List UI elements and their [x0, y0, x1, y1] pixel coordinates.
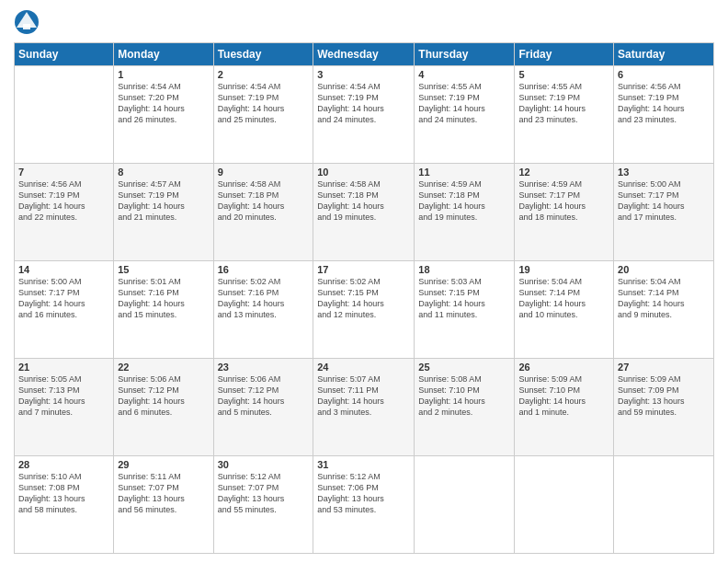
- day-number: 23: [218, 362, 310, 373]
- day-cell: 7Sunrise: 4:56 AM Sunset: 7:19 PM Daylig…: [15, 164, 114, 261]
- day-header-wednesday: Wednesday: [313, 43, 415, 66]
- day-number: 3: [317, 69, 410, 80]
- day-info: Sunrise: 4:56 AM Sunset: 7:19 PM Dayligh…: [618, 81, 710, 126]
- day-number: 30: [218, 459, 310, 470]
- day-info: Sunrise: 4:54 AM Sunset: 7:20 PM Dayligh…: [118, 81, 209, 126]
- day-cell: [15, 66, 114, 164]
- day-info: Sunrise: 5:12 AM Sunset: 7:07 PM Dayligh…: [218, 471, 310, 516]
- day-cell: 2Sunrise: 4:54 AM Sunset: 7:19 PM Daylig…: [213, 66, 313, 164]
- day-header-tuesday: Tuesday: [213, 43, 313, 66]
- svg-rect-2: [23, 24, 30, 29]
- day-info: Sunrise: 5:11 AM Sunset: 7:07 PM Dayligh…: [118, 471, 209, 516]
- day-cell: 13Sunrise: 5:00 AM Sunset: 7:17 PM Dayli…: [614, 164, 714, 261]
- day-cell: 16Sunrise: 5:02 AM Sunset: 7:16 PM Dayli…: [213, 261, 313, 359]
- day-number: 16: [218, 264, 310, 275]
- day-cell: 8Sunrise: 4:57 AM Sunset: 7:19 PM Daylig…: [114, 164, 213, 261]
- day-cell: 29Sunrise: 5:11 AM Sunset: 7:07 PM Dayli…: [114, 456, 213, 554]
- day-header-sunday: Sunday: [15, 43, 114, 66]
- day-number: 31: [317, 459, 410, 470]
- week-row-5: 28Sunrise: 5:10 AM Sunset: 7:08 PM Dayli…: [15, 456, 714, 554]
- day-cell: 19Sunrise: 5:04 AM Sunset: 7:14 PM Dayli…: [515, 261, 614, 359]
- day-info: Sunrise: 5:08 AM Sunset: 7:10 PM Dayligh…: [418, 373, 510, 419]
- day-cell: 20Sunrise: 5:04 AM Sunset: 7:14 PM Dayli…: [614, 261, 714, 359]
- day-info: Sunrise: 5:05 AM Sunset: 7:13 PM Dayligh…: [18, 373, 109, 419]
- day-cell: 18Sunrise: 5:03 AM Sunset: 7:15 PM Dayli…: [415, 261, 515, 359]
- day-number: 7: [18, 167, 109, 178]
- day-cell: 3Sunrise: 4:54 AM Sunset: 7:19 PM Daylig…: [313, 66, 415, 164]
- day-cell: 23Sunrise: 5:06 AM Sunset: 7:12 PM Dayli…: [213, 359, 313, 456]
- day-number: 14: [18, 264, 109, 275]
- day-number: 5: [518, 69, 609, 80]
- day-number: 22: [118, 362, 209, 373]
- day-info: Sunrise: 4:56 AM Sunset: 7:19 PM Dayligh…: [18, 178, 109, 224]
- week-row-4: 21Sunrise: 5:05 AM Sunset: 7:13 PM Dayli…: [15, 359, 714, 456]
- day-info: Sunrise: 5:07 AM Sunset: 7:11 PM Dayligh…: [317, 373, 410, 419]
- day-cell: 24Sunrise: 5:07 AM Sunset: 7:11 PM Dayli…: [313, 359, 415, 456]
- day-number: 9: [218, 167, 310, 178]
- day-number: 18: [418, 264, 510, 275]
- day-number: 1: [118, 69, 209, 80]
- day-cell: 25Sunrise: 5:08 AM Sunset: 7:10 PM Dayli…: [415, 359, 515, 456]
- day-info: Sunrise: 4:55 AM Sunset: 7:19 PM Dayligh…: [518, 81, 609, 126]
- day-cell: 11Sunrise: 4:59 AM Sunset: 7:18 PM Dayli…: [415, 164, 515, 261]
- day-header-thursday: Thursday: [415, 43, 515, 66]
- day-cell: 26Sunrise: 5:09 AM Sunset: 7:10 PM Dayli…: [515, 359, 614, 456]
- day-info: Sunrise: 4:54 AM Sunset: 7:19 PM Dayligh…: [317, 81, 410, 126]
- day-cell: 28Sunrise: 5:10 AM Sunset: 7:08 PM Dayli…: [15, 456, 114, 554]
- week-row-2: 7Sunrise: 4:56 AM Sunset: 7:19 PM Daylig…: [15, 164, 714, 261]
- day-info: Sunrise: 5:06 AM Sunset: 7:12 PM Dayligh…: [118, 373, 209, 419]
- day-number: 19: [518, 264, 609, 275]
- day-cell: 6Sunrise: 4:56 AM Sunset: 7:19 PM Daylig…: [614, 66, 714, 164]
- day-info: Sunrise: 5:09 AM Sunset: 7:10 PM Dayligh…: [518, 373, 609, 419]
- calendar-container: SundayMondayTuesdayWednesdayThursdayFrid…: [0, 0, 728, 563]
- week-row-3: 14Sunrise: 5:00 AM Sunset: 7:17 PM Dayli…: [15, 261, 714, 359]
- day-number: 11: [418, 167, 510, 178]
- day-header-saturday: Saturday: [614, 43, 714, 66]
- day-cell: [614, 456, 714, 554]
- day-number: 27: [618, 362, 710, 373]
- day-header-row: SundayMondayTuesdayWednesdayThursdayFrid…: [15, 43, 714, 66]
- day-number: 25: [418, 362, 510, 373]
- day-cell: 9Sunrise: 4:58 AM Sunset: 7:18 PM Daylig…: [213, 164, 313, 261]
- day-cell: 27Sunrise: 5:09 AM Sunset: 7:09 PM Dayli…: [614, 359, 714, 456]
- logo-icon: [14, 9, 40, 35]
- day-info: Sunrise: 5:04 AM Sunset: 7:14 PM Dayligh…: [618, 276, 710, 321]
- logo: [14, 9, 42, 35]
- day-info: Sunrise: 4:55 AM Sunset: 7:19 PM Dayligh…: [418, 81, 510, 126]
- day-cell: [415, 456, 515, 554]
- day-number: 8: [118, 167, 209, 178]
- day-cell: 22Sunrise: 5:06 AM Sunset: 7:12 PM Dayli…: [114, 359, 213, 456]
- day-cell: 12Sunrise: 4:59 AM Sunset: 7:17 PM Dayli…: [515, 164, 614, 261]
- day-cell: 1Sunrise: 4:54 AM Sunset: 7:20 PM Daylig…: [114, 66, 213, 164]
- day-info: Sunrise: 5:12 AM Sunset: 7:06 PM Dayligh…: [317, 471, 410, 516]
- day-number: 17: [317, 264, 410, 275]
- day-number: 20: [618, 264, 710, 275]
- day-header-friday: Friday: [515, 43, 614, 66]
- day-number: 13: [618, 167, 710, 178]
- day-cell: 14Sunrise: 5:00 AM Sunset: 7:17 PM Dayli…: [15, 261, 114, 359]
- day-number: 4: [418, 69, 510, 80]
- day-cell: 4Sunrise: 4:55 AM Sunset: 7:19 PM Daylig…: [415, 66, 515, 164]
- day-cell: 5Sunrise: 4:55 AM Sunset: 7:19 PM Daylig…: [515, 66, 614, 164]
- day-info: Sunrise: 5:03 AM Sunset: 7:15 PM Dayligh…: [418, 276, 510, 321]
- day-info: Sunrise: 5:04 AM Sunset: 7:14 PM Dayligh…: [518, 276, 609, 321]
- day-number: 6: [618, 69, 710, 80]
- calendar-table: SundayMondayTuesdayWednesdayThursdayFrid…: [14, 42, 714, 554]
- day-cell: 17Sunrise: 5:02 AM Sunset: 7:15 PM Dayli…: [313, 261, 415, 359]
- day-info: Sunrise: 5:06 AM Sunset: 7:12 PM Dayligh…: [218, 373, 310, 419]
- day-number: 28: [18, 459, 109, 470]
- day-info: Sunrise: 4:59 AM Sunset: 7:17 PM Dayligh…: [518, 178, 609, 224]
- day-info: Sunrise: 4:54 AM Sunset: 7:19 PM Dayligh…: [218, 81, 310, 126]
- day-number: 26: [518, 362, 609, 373]
- day-cell: [515, 456, 614, 554]
- day-number: 15: [118, 264, 209, 275]
- day-info: Sunrise: 5:00 AM Sunset: 7:17 PM Dayligh…: [618, 178, 710, 224]
- day-number: 29: [118, 459, 209, 470]
- day-number: 24: [317, 362, 410, 373]
- day-number: 10: [317, 167, 410, 178]
- day-info: Sunrise: 4:58 AM Sunset: 7:18 PM Dayligh…: [218, 178, 310, 224]
- day-cell: 21Sunrise: 5:05 AM Sunset: 7:13 PM Dayli…: [15, 359, 114, 456]
- day-cell: 15Sunrise: 5:01 AM Sunset: 7:16 PM Dayli…: [114, 261, 213, 359]
- day-cell: 31Sunrise: 5:12 AM Sunset: 7:06 PM Dayli…: [313, 456, 415, 554]
- day-number: 21: [18, 362, 109, 373]
